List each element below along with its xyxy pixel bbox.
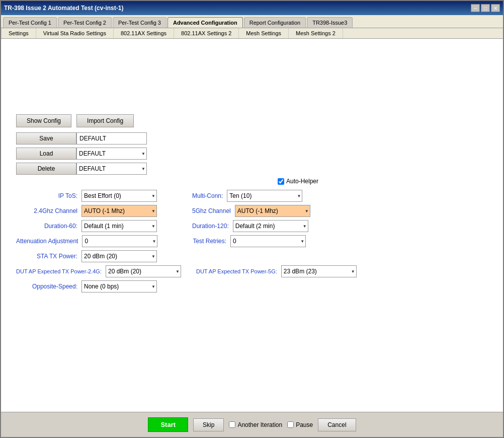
auto-helper-text: Auto-Helper — [286, 178, 318, 185]
test-retries-label: Test Retries: — [193, 238, 230, 245]
test-retries-row: Test Retries: 0 — [193, 235, 306, 247]
multi-conn-row: Multi-Conn: Ten (10) — [192, 190, 302, 202]
multi-conn-dropdown: Ten (10) — [227, 190, 302, 202]
another-iteration-label: Another Iteration — [229, 421, 282, 428]
tab2-80211ax2[interactable]: 802.11AX Settings 2 — [174, 28, 239, 38]
dut-24g-select[interactable]: 20 dBm (20) — [106, 265, 181, 277]
attenuation-select[interactable]: 0 — [82, 235, 157, 247]
attenuation-label: Attenuation Adjustment — [16, 238, 82, 245]
test-retries-dropdown: 0 — [230, 235, 306, 247]
save-row: Save — [16, 132, 503, 144]
auto-helper-row: Auto-Helper — [278, 178, 503, 185]
5ghz-dropdown: AUTO (-1 Mhz) — [235, 205, 310, 217]
attenuation-dropdown: 0 — [82, 235, 157, 247]
auto-helper-label: Auto-Helper — [278, 178, 318, 185]
close-button[interactable]: ✕ — [491, 4, 500, 12]
tab-per-test-config-2[interactable]: Per-Test Config 2 — [58, 17, 112, 28]
delete-button[interactable]: Delete — [16, 163, 76, 175]
tab-per-test-config-1[interactable]: Per-Test Config 1 — [3, 17, 57, 28]
multi-conn-select[interactable]: Ten (10) — [227, 190, 302, 202]
maximize-button[interactable]: □ — [481, 4, 490, 12]
pause-text: Pause — [296, 421, 313, 428]
sta-tx-power-select[interactable]: 20 dBm (20) — [81, 250, 157, 262]
tab2-settings[interactable]: Settings — [1, 28, 36, 38]
duration120-dropdown: Default (2 min) — [233, 220, 308, 232]
duration120-select[interactable]: Default (2 min) — [233, 220, 308, 232]
tab2-virtual-sta[interactable]: Virtual Sta Radio Settings — [36, 28, 114, 38]
pause-checkbox[interactable] — [287, 421, 294, 428]
ip-tos-row: IP ToS: Best Effort (0) — [16, 190, 157, 202]
tab2-mesh-settings-2[interactable]: Mesh Settings 2 — [289, 28, 343, 38]
skip-button[interactable]: Skip — [193, 418, 224, 431]
dut-24g-row: DUT AP Expected TX Power-2.4G: 20 dBm (2… — [16, 265, 181, 277]
pause-label: Pause — [287, 421, 313, 428]
dut-24g-dropdown: 20 dBm (20) — [106, 265, 181, 277]
duration120-row: Duration-120: Default (2 min) — [192, 220, 308, 232]
24ghz-dropdown: AUTO (-1 Mhz) — [81, 205, 157, 217]
title-bar: TR-398 Issue 2 Automated Test (cv-inst-1… — [1, 1, 503, 15]
import-config-button[interactable]: Import Config — [76, 114, 134, 127]
sta-tx-power-dropdown: 20 dBm (20) — [81, 250, 157, 262]
ip-tos-label: IP ToS: — [16, 192, 81, 199]
tab-row-1: Per-Test Config 1 Per-Test Config 2 Per-… — [1, 15, 503, 28]
24ghz-label: 2.4Ghz Channel — [16, 207, 81, 214]
start-button[interactable]: Start — [148, 417, 188, 432]
dut-5g-label: DUT AP Expected TX Power-5G: — [196, 268, 281, 274]
duration60-dropdown: Default (1 min) — [81, 220, 157, 232]
tab2-mesh-settings[interactable]: Mesh Settings — [239, 28, 289, 38]
ip-tos-select[interactable]: Best Effort (0) — [81, 190, 157, 202]
another-iteration-checkbox[interactable] — [229, 421, 235, 428]
delete-select[interactable]: DEFAULT — [76, 163, 147, 175]
window-controls: ─ □ ✕ — [471, 4, 500, 12]
duration60-label: Duration-60: — [16, 223, 81, 230]
save-button[interactable]: Save — [16, 132, 76, 144]
load-button[interactable]: Load — [16, 148, 76, 160]
tab-per-test-config-3[interactable]: Per-Test Config 3 — [113, 17, 166, 28]
minimize-button[interactable]: ─ — [471, 4, 480, 12]
duration120-label: Duration-120: — [192, 223, 233, 230]
multi-conn-label: Multi-Conn: — [192, 192, 227, 199]
tab-tr398-issue3[interactable]: TR398-Issue3 — [307, 17, 353, 28]
tab-advanced-configuration[interactable]: Advanced Configuration — [167, 17, 243, 28]
tab-report-configuration[interactable]: Report Configuration — [244, 17, 306, 28]
duration60-row: Duration-60: Default (1 min) — [16, 220, 157, 232]
load-dropdown: DEFAULT — [76, 148, 147, 160]
bottom-bar: Start Skip Another Iteration Pause Cance… — [1, 412, 503, 437]
attenuation-row: Attenuation Adjustment 0 — [16, 235, 157, 247]
ip-tos-dropdown: Best Effort (0) — [81, 190, 157, 202]
5ghz-select[interactable]: AUTO (-1 Mhz) — [235, 205, 310, 217]
opposite-speed-select[interactable]: None (0 bps) — [81, 280, 157, 293]
24ghz-select[interactable]: AUTO (-1 Mhz) — [81, 205, 157, 217]
opposite-speed-label: Opposite-Speed: — [16, 283, 81, 290]
main-window: TR-398 Issue 2 Automated Test (cv-inst-1… — [0, 0, 504, 438]
auto-helper-checkbox[interactable] — [278, 178, 284, 185]
dut-5g-select[interactable]: 23 dBm (23) — [281, 265, 357, 277]
dut-5g-dropdown: 23 dBm (23) — [281, 265, 357, 277]
test-retries-select[interactable]: 0 — [230, 235, 306, 247]
tab2-80211ax[interactable]: 802.11AX Settings — [114, 28, 174, 38]
dut-24g-label: DUT AP Expected TX Power-2.4G: — [16, 268, 106, 274]
5ghz-row: 5Ghz Channel AUTO (-1 Mhz) — [192, 205, 310, 217]
5ghz-label: 5Ghz Channel — [192, 207, 235, 214]
24ghz-row: 2.4Ghz Channel AUTO (-1 Mhz) — [16, 205, 157, 217]
dut-5g-row: DUT AP Expected TX Power-5G: 23 dBm (23) — [196, 265, 357, 277]
cancel-button[interactable]: Cancel — [318, 418, 356, 431]
window-title: TR-398 Issue 2 Automated Test (cv-inst-1… — [4, 5, 123, 12]
load-row: Load DEFAULT — [16, 148, 503, 160]
show-config-button[interactable]: Show Config — [16, 114, 71, 127]
config-buttons-row: Show Config Import Config — [16, 114, 503, 127]
main-content: Show Config Import Config Save Load DEFA… — [1, 39, 503, 412]
sta-tx-power-label: STA TX Power: — [16, 253, 81, 260]
save-input[interactable] — [76, 132, 147, 144]
opposite-speed-dropdown: None (0 bps) — [81, 280, 157, 293]
tab-row-2: Settings Virtual Sta Radio Settings 802.… — [1, 28, 503, 39]
delete-dropdown: DEFAULT — [76, 163, 147, 175]
duration60-select[interactable]: Default (1 min) — [81, 220, 157, 232]
another-iteration-text: Another Iteration — [237, 421, 282, 428]
delete-row: Delete DEFAULT — [16, 163, 503, 175]
load-select[interactable]: DEFAULT — [76, 148, 147, 160]
